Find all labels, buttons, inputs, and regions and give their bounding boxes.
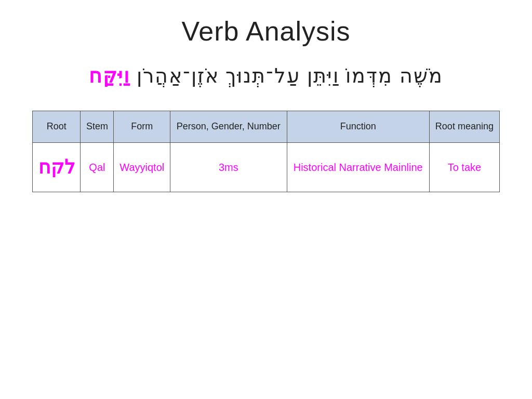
cell-meaning: To take [429,142,499,192]
cell-function: Historical Narrative Mainline [287,142,429,192]
hebrew-sentence: מֹשֶׁה מִדְּמוֹ וַיִּתֵּן עַל־תְּנוּךְ א… [89,62,443,90]
table-wrapper: Root Stem Form Person, Gender, Number Fu… [32,111,500,192]
verb-analysis-table: Root Stem Form Person, Gender, Number Fu… [32,111,500,192]
cell-pgn: 3ms [170,142,287,192]
table-row: לקח Qal Wayyiqtol 3ms Historical Narrati… [33,142,500,192]
header-function: Function [287,111,429,142]
cell-form: Wayyiqtol [114,142,170,192]
hebrew-text-main: מֹשֶׁה מִדְּמוֹ וַיִּתֵּן עַל־תְּנוּךְ א… [130,65,443,87]
table-header-row: Root Stem Form Person, Gender, Number Fu… [33,111,500,142]
page-title: Verb Analysis [181,16,350,47]
header-form: Form [114,111,170,142]
cell-root: לקח [33,142,81,192]
page-container: Verb Analysis מֹשֶׁה מִדְּמוֹ וַיִּתֵּן … [0,0,532,399]
header-stem: Stem [81,111,114,142]
header-pgn: Person, Gender, Number [170,111,287,142]
header-meaning: Root meaning [429,111,499,142]
header-root: Root [33,111,81,142]
hebrew-highlight: וַיִּקַּח [89,65,130,87]
cell-stem: Qal [81,142,114,192]
